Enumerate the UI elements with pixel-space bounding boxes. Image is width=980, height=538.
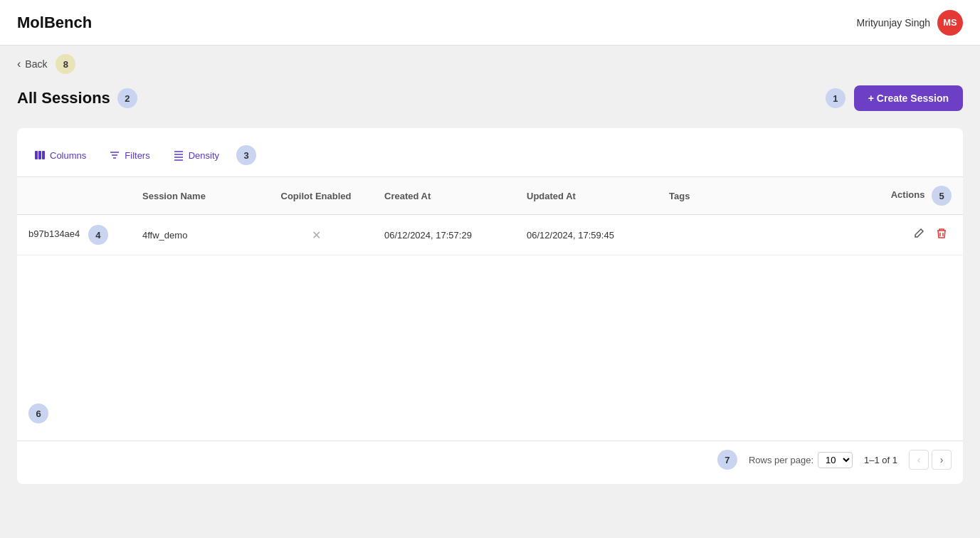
- page-title-row: All Sessions 2 1 + Create Session: [17, 85, 963, 111]
- table-row: b97b134ae4 4 4ffw_demo ✕ 06/12/2024, 17:…: [17, 215, 963, 255]
- back-button[interactable]: ‹ Back 8: [17, 54, 75, 74]
- table-toolbar: Columns Filters Density 3: [17, 139, 963, 177]
- title-badge: 2: [117, 88, 137, 108]
- density-icon: [173, 149, 184, 161]
- sessions-table: Session Name Copilot Enabled Created At …: [17, 177, 963, 255]
- create-session-button[interactable]: + Create Session: [854, 85, 963, 111]
- page-title-right: 1 + Create Session: [826, 85, 963, 111]
- density-label: Density: [189, 150, 219, 161]
- navbar: MolBench Mrityunjay Singh MS: [0, 0, 980, 46]
- row-copilot: ✕: [259, 215, 373, 255]
- user-info: Mrityunjay Singh MS: [857, 10, 964, 36]
- th-session-name[interactable]: Session Name: [131, 177, 259, 215]
- th-copilot-enabled[interactable]: Copilot Enabled: [259, 177, 373, 215]
- back-label: Back: [25, 58, 47, 70]
- columns-icon: [34, 149, 46, 161]
- toolbar-badge: 3: [236, 145, 256, 165]
- table-scroll-area[interactable]: Session Name Copilot Enabled Created At …: [17, 177, 963, 255]
- filters-button[interactable]: Filters: [103, 147, 155, 164]
- actions-badge: 5: [932, 186, 952, 206]
- subheader: ‹ Back 8 All Sessions 2 1 + Create Sessi…: [0, 46, 980, 128]
- pagination-nav: ‹ ›: [909, 450, 952, 470]
- row-badge: 4: [88, 225, 108, 245]
- app-logo: MolBench: [17, 14, 92, 32]
- delete-button[interactable]: [932, 225, 952, 245]
- svg-rect-1: [38, 151, 41, 159]
- delete-icon: [936, 228, 947, 239]
- th-id: [17, 177, 131, 215]
- main-card: Columns Filters Density 3: [17, 128, 963, 484]
- footer-badge: 7: [717, 450, 737, 470]
- row-tags: [658, 215, 878, 255]
- chevron-left-icon: ‹: [17, 58, 21, 70]
- columns-label: Columns: [50, 150, 86, 161]
- prev-page-button[interactable]: ‹: [909, 450, 929, 470]
- density-button[interactable]: Density: [167, 147, 225, 164]
- copilot-disabled-icon: ✕: [312, 229, 321, 241]
- svg-rect-2: [42, 151, 45, 159]
- rows-per-page-label: Rows per page:: [749, 455, 813, 465]
- page-title-left: All Sessions 2: [17, 88, 137, 108]
- row-session-name: 4ffw_demo: [131, 215, 259, 255]
- table-footer: 7 Rows per page: 10 25 50 1–1 of 1 ‹ ›: [17, 441, 963, 478]
- rows-per-page: Rows per page: 10 25 50: [749, 452, 853, 468]
- back-badge: 8: [56, 54, 75, 74]
- empty-area: 6: [17, 255, 963, 441]
- row-id: b97b134ae4 4: [17, 215, 131, 255]
- svg-rect-0: [35, 151, 38, 159]
- row-created-at: 06/12/2024, 17:57:29: [373, 215, 515, 255]
- columns-button[interactable]: Columns: [28, 147, 92, 164]
- th-updated-at[interactable]: Updated At: [515, 177, 658, 215]
- filters-label: Filters: [125, 150, 149, 161]
- th-created-at[interactable]: Created At: [373, 177, 515, 215]
- th-tags[interactable]: Tags: [658, 177, 878, 215]
- create-badge: 1: [826, 88, 845, 108]
- table-header-row: Session Name Copilot Enabled Created At …: [17, 177, 963, 215]
- rows-per-page-select[interactable]: 10 25 50: [818, 452, 853, 468]
- row-actions: [878, 215, 963, 255]
- edit-button[interactable]: [909, 225, 929, 245]
- row-updated-at: 06/12/2024, 17:59:45: [515, 215, 658, 255]
- pagination-info: 1–1 of 1: [864, 455, 897, 465]
- th-actions: Actions 5: [878, 177, 963, 215]
- avatar: MS: [937, 10, 963, 36]
- scroll-badge: 6: [28, 404, 48, 423]
- user-name: Mrityunjay Singh: [857, 17, 931, 28]
- next-page-button[interactable]: ›: [932, 450, 952, 470]
- edit-icon: [913, 228, 924, 239]
- page-title: All Sessions: [17, 89, 110, 107]
- filters-icon: [109, 149, 120, 161]
